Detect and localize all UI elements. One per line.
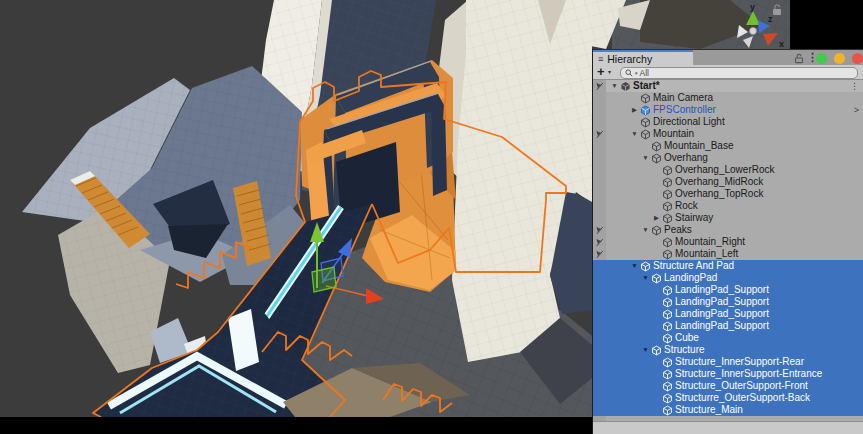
gameobject-icon [662,405,675,416]
hierarchy-row-label: Overhang_LowerRock [675,165,775,175]
search-input[interactable]: ▾ All [620,67,858,79]
expand-arrow-icon[interactable]: ▼ [629,263,640,270]
picking-toggle[interactable] [593,116,606,128]
hierarchy-row[interactable]: Overhang_LowerRock [593,164,863,176]
picking-toggle[interactable] [593,92,606,104]
hierarchy-row[interactable]: ▼ Mountain [593,128,863,140]
window-dot-yellow[interactable] [834,53,845,64]
hierarchy-row[interactable]: Directional Light [593,116,863,128]
hierarchy-row[interactable]: Structurre_OuterSupport-Back [593,392,863,404]
hierarchy-row-label: Mountain_Right [675,237,745,247]
hierarchy-row[interactable]: ▶ Stairway [593,212,863,224]
tab-hierarchy[interactable]: ≡ Hierarchy [593,50,693,66]
picking-toggle[interactable] [593,296,606,308]
hierarchy-row-label: Stairway [675,213,713,223]
gameobject-icon [640,117,653,128]
picking-toggle[interactable] [593,260,606,272]
window-dot-green[interactable] [816,53,827,64]
gameobject-icon [640,93,653,104]
picking-toggle[interactable] [593,104,606,116]
gameobject-icon [662,381,675,392]
search-filter-caret-icon[interactable]: ▾ [635,70,638,76]
hierarchy-row-label: LandingPad_Support [675,321,769,331]
picking-toggle[interactable] [593,236,606,248]
gameobject-icon [662,369,675,380]
hierarchy-row[interactable]: LandingPad_Support [593,320,863,332]
hierarchy-row[interactable]: ▼ Structure [593,344,863,356]
hierarchy-row-label: Overhang [664,153,708,163]
hierarchy-row[interactable]: Structure_OuterSupport-Front [593,380,863,392]
picking-toggle[interactable] [593,284,606,296]
picking-toggle[interactable] [593,140,606,152]
gameobject-icon [662,357,675,368]
picking-toggle[interactable] [593,332,606,344]
window-dot-red[interactable] [852,53,863,64]
hierarchy-row[interactable]: ▼ Structure And Pad [593,260,863,272]
hierarchy-toolbar: + ▾ ▾ All [593,65,863,80]
picking-toggle[interactable] [593,80,606,92]
hierarchy-row-label: Overhang_MidRock [675,177,763,187]
hierarchy-row[interactable]: Overhang_MidRock [593,176,863,188]
gameobject-icon [662,213,675,224]
picking-toggle[interactable] [593,152,606,164]
gameobject-icon [651,273,664,284]
hierarchy-row[interactable]: Mountain_Base [593,140,863,152]
hierarchy-row[interactable]: Cube [593,332,863,344]
add-object-button[interactable]: + [597,65,605,79]
picking-toggle[interactable] [593,356,606,368]
hierarchy-row-label: Mountain [653,129,694,139]
hierarchy-tree: ▼ Start* ⋮ Main Camera ▶ FPSController >… [593,80,863,416]
gameobject-icon [662,165,675,176]
gameobject-icon [662,249,675,260]
add-object-caret-icon[interactable]: ▾ [608,68,611,75]
row-menu-icon[interactable]: ⋮ [850,80,859,92]
picking-toggle[interactable] [593,392,606,404]
expand-arrow-icon[interactable]: ▶ [629,107,640,114]
hierarchy-row[interactable]: ▼ Start* ⋮ [593,80,863,92]
hierarchy-row[interactable]: ▼ Peaks [593,224,863,236]
gizmo-plane-handle [312,267,336,292]
gameobject-icon [662,285,675,296]
gameobject-icon [662,237,675,248]
picking-toggle[interactable] [593,200,606,212]
hierarchy-row[interactable]: Mountain_Right [593,236,863,248]
gameobject-icon [662,321,675,332]
picking-toggle[interactable] [593,224,606,236]
hierarchy-row[interactable]: Structure_Main [593,404,863,416]
picking-toggle[interactable] [593,404,606,416]
prefab-open-chevron[interactable]: > [854,104,859,116]
hierarchy-row[interactable]: Mountain_Left [593,248,863,260]
picking-toggle[interactable] [593,272,606,284]
picking-toggle[interactable] [593,380,606,392]
picking-toggle[interactable] [593,344,606,356]
hierarchy-row[interactable]: Structure_InnerSupport-Entrance [593,368,863,380]
picking-toggle[interactable] [593,320,606,332]
expand-arrow-icon[interactable]: ▼ [640,227,651,234]
picking-toggle[interactable] [593,308,606,320]
expand-arrow-icon[interactable]: ▼ [640,347,651,354]
picking-toggle[interactable] [593,368,606,380]
hierarchy-row-label: Cube [675,333,699,343]
hierarchy-row[interactable]: ▶ FPSController > [593,104,863,116]
expand-arrow-icon[interactable]: ▼ [629,131,640,138]
picking-toggle[interactable] [593,128,606,140]
hierarchy-row[interactable]: ▼ Overhang [593,152,863,164]
expand-arrow-icon[interactable]: ▶ [651,215,662,222]
picking-toggle[interactable] [593,248,606,260]
expand-arrow-icon[interactable]: ▼ [640,275,651,282]
hierarchy-row-label: LandingPad_Support [675,309,769,319]
hierarchy-row[interactable]: Overhang_TopRock [593,188,863,200]
picking-toggle[interactable] [593,188,606,200]
hierarchy-row[interactable]: LandingPad_Support [593,308,863,320]
picking-toggle[interactable] [593,164,606,176]
picking-toggle[interactable] [593,212,606,224]
picking-toggle[interactable] [593,176,606,188]
hierarchy-row[interactable]: Main Camera [593,92,863,104]
expand-arrow-icon[interactable]: ▼ [609,83,620,90]
hierarchy-row[interactable]: LandingPad_Support [593,296,863,308]
hierarchy-row[interactable]: ▼ LandingPad [593,272,863,284]
expand-arrow-icon[interactable]: ▼ [640,155,651,162]
hierarchy-row[interactable]: Structure_InnerSupport-Rear [593,356,863,368]
hierarchy-row[interactable]: Rock [593,200,863,212]
hierarchy-row[interactable]: LandingPad_Support [593,284,863,296]
